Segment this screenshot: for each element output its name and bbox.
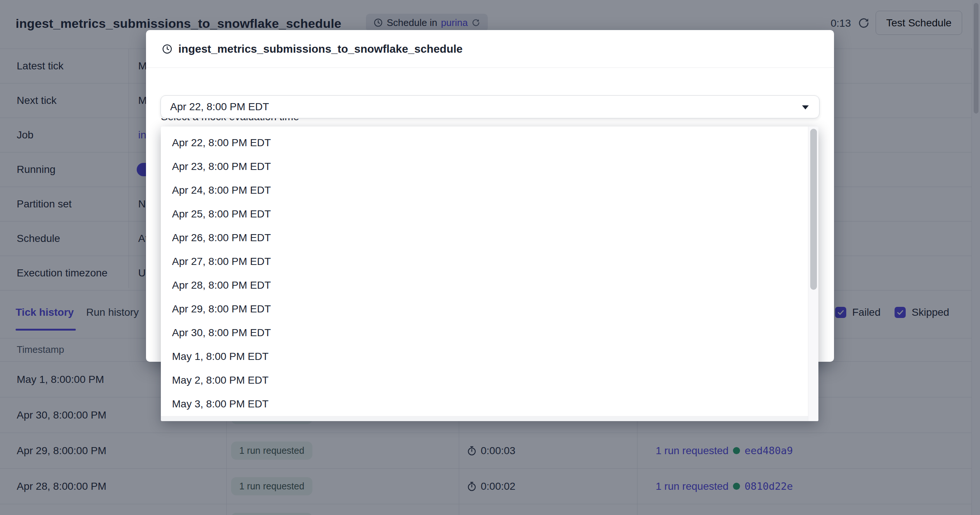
- mock-time-dropdown: Apr 22, 8:00 PM EDT Apr 23, 8:00 PM EDT …: [161, 127, 818, 421]
- dropdown-option[interactable]: May 2, 8:00 PM EDT: [161, 368, 818, 392]
- chevron-down-icon: [802, 105, 809, 109]
- dropdown-option[interactable]: Apr 30, 8:00 PM EDT: [161, 321, 818, 345]
- dropdown-options: Apr 22, 8:00 PM EDT Apr 23, 8:00 PM EDT …: [161, 131, 818, 421]
- dialog-header: ingest_metrics_submissions_to_snowflake_…: [146, 30, 834, 68]
- scrollbar-thumb[interactable]: [810, 129, 817, 290]
- dropdown-option[interactable]: Apr 23, 8:00 PM EDT: [161, 155, 818, 179]
- dialog-title: ingest_metrics_submissions_to_snowflake_…: [178, 30, 463, 68]
- dropdown-option[interactable]: Apr 24, 8:00 PM EDT: [161, 179, 818, 202]
- dropdown-option[interactable]: May 1, 8:00 PM EDT: [161, 345, 818, 368]
- dropdown-option[interactable]: Apr 25, 8:00 PM EDT: [161, 202, 818, 226]
- mock-time-select[interactable]: Apr 22, 8:00 PM EDT: [161, 95, 819, 118]
- dropdown-option[interactable]: Apr 28, 8:00 PM EDT: [161, 273, 818, 297]
- dropdown-option[interactable]: Apr 27, 8:00 PM EDT: [161, 250, 818, 273]
- dropdown-option[interactable]: Apr 29, 8:00 PM EDT: [161, 297, 818, 321]
- dropdown-option-partial[interactable]: [161, 416, 818, 421]
- app-window: ingest_metrics_submissions_to_snowflake_…: [0, 0, 980, 515]
- select-value: Apr 22, 8:00 PM EDT: [170, 96, 269, 118]
- dropdown-option[interactable]: May 3, 8:00 PM EDT: [161, 392, 818, 416]
- dropdown-option[interactable]: Apr 22, 8:00 PM EDT: [161, 131, 818, 155]
- clock-icon: [162, 43, 173, 55]
- dropdown-option[interactable]: Apr 26, 8:00 PM EDT: [161, 226, 818, 250]
